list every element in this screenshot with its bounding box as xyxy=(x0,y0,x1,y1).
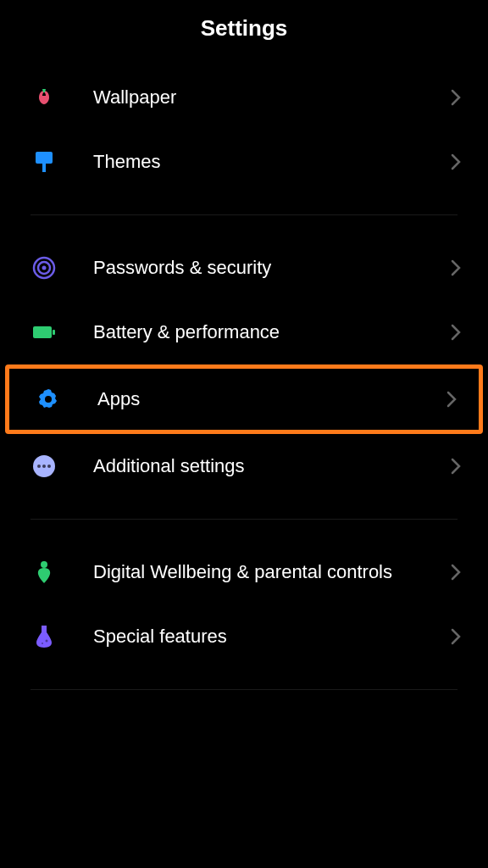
gear-icon xyxy=(35,386,62,413)
settings-item-wallpaper[interactable]: Wallpaper xyxy=(0,65,488,130)
apps-label: Apps xyxy=(97,387,446,412)
svg-point-7 xyxy=(45,396,52,403)
battery-icon xyxy=(30,319,58,346)
settings-item-battery[interactable]: Battery & performance xyxy=(0,300,488,364)
section-divider xyxy=(30,689,458,690)
wallpaper-icon xyxy=(30,84,58,111)
chevron-right-icon xyxy=(451,153,461,170)
additional-label: Additional settings xyxy=(93,454,451,479)
chevron-right-icon xyxy=(451,458,461,475)
chevron-right-icon xyxy=(451,89,461,106)
svg-point-11 xyxy=(47,465,51,468)
settings-item-additional[interactable]: Additional settings xyxy=(0,434,488,498)
settings-section-1: Wallpaper Themes xyxy=(0,65,488,194)
special-label: Special features xyxy=(93,625,451,649)
settings-item-security[interactable]: Passwords & security xyxy=(0,236,488,300)
chevron-right-icon xyxy=(451,324,461,341)
svg-rect-5 xyxy=(33,326,52,338)
chevron-right-icon xyxy=(451,259,461,276)
svg-rect-6 xyxy=(53,330,55,335)
svg-point-10 xyxy=(42,465,46,468)
settings-item-themes[interactable]: Themes xyxy=(0,130,488,194)
svg-point-13 xyxy=(46,640,48,643)
more-icon xyxy=(30,453,58,480)
svg-rect-1 xyxy=(42,164,46,172)
flask-icon xyxy=(30,623,58,650)
settings-item-special[interactable]: Special features xyxy=(0,604,488,669)
battery-label: Battery & performance xyxy=(93,320,451,345)
security-label: Passwords & security xyxy=(93,256,451,281)
themes-label: Themes xyxy=(93,150,451,175)
fingerprint-icon xyxy=(30,254,58,281)
page-title: Settings xyxy=(0,15,488,42)
section-divider xyxy=(30,519,458,520)
highlight-annotation: Apps xyxy=(5,364,483,434)
svg-rect-0 xyxy=(36,152,53,164)
settings-item-apps[interactable]: Apps xyxy=(9,369,479,430)
chevron-right-icon xyxy=(451,628,461,645)
themes-icon xyxy=(30,148,58,175)
settings-section-3: Digital Wellbeing & parental controls Sp… xyxy=(0,540,488,669)
chevron-right-icon xyxy=(446,391,457,408)
chevron-right-icon xyxy=(451,564,461,581)
page-header: Settings xyxy=(0,0,488,65)
svg-point-12 xyxy=(41,561,47,568)
settings-item-wellbeing[interactable]: Digital Wellbeing & parental controls xyxy=(0,540,488,604)
svg-point-14 xyxy=(42,643,43,644)
wellbeing-icon xyxy=(30,559,58,586)
wallpaper-label: Wallpaper xyxy=(93,86,451,110)
settings-section-2: Passwords & security Battery & performan… xyxy=(0,236,488,498)
svg-point-4 xyxy=(42,266,47,270)
svg-point-9 xyxy=(37,465,41,468)
wellbeing-label: Digital Wellbeing & parental controls xyxy=(93,560,451,585)
section-divider xyxy=(30,214,458,215)
